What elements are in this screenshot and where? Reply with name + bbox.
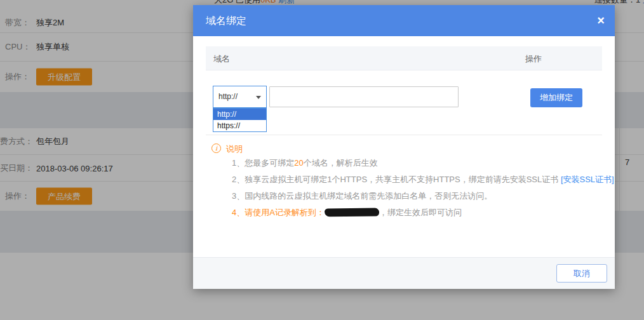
redacted-ip — [325, 208, 379, 217]
info-icon: i — [211, 143, 221, 153]
modal-header: 域名绑定 × — [193, 5, 615, 36]
note-item-2: 2、独享云虚拟主机可绑定1个HTTPS，共享主机不支持HTTPS，绑定前请先安装… — [232, 175, 614, 185]
domain-binding-modal: 域名绑定 × 域名 操作 http:// http:// https:// 增加… — [193, 5, 615, 289]
domain-table-header: 域名 操作 — [206, 46, 602, 70]
domain-input[interactable] — [269, 86, 459, 107]
install-ssl-link[interactable]: [安装SSL证书] — [561, 175, 614, 184]
protocol-dropdown-list: http:// https:// — [213, 108, 267, 132]
note1-text-post: 个域名，解析后生效 — [304, 158, 378, 168]
note4-text-post: ，绑定生效后即可访问 — [379, 208, 462, 217]
protocol-option-https[interactable]: https:// — [213, 120, 266, 131]
modal-footer: 取消 — [193, 257, 615, 289]
note-item-3: 3、国内线路的云虚拟主机绑定域名前需先添加白名单，否则无法访问。 — [232, 191, 614, 201]
note2-text: 2、独享云虚拟主机可绑定1个HTTPS，共享主机不支持HTTPS，绑定前请先安装… — [232, 175, 561, 184]
divider — [206, 135, 602, 135]
add-binding-button[interactable]: 增加绑定 — [530, 88, 582, 107]
column-action: 操作 — [525, 53, 542, 65]
note1-highlight: 20 — [294, 158, 303, 168]
modal-title: 域名绑定 — [193, 5, 615, 36]
column-domain: 域名 — [213, 53, 230, 65]
cancel-button[interactable]: 取消 — [556, 264, 607, 283]
notes-title: 说明 — [226, 143, 243, 155]
note-item-4: 4、请使用A记录解析到：，绑定生效后即可访问 — [232, 208, 614, 218]
note1-text: 1、您最多可绑定 — [232, 158, 294, 168]
chevron-down-icon — [256, 96, 261, 99]
note4-highlight: 4、请使用A记录解析到： — [232, 208, 325, 217]
notes-list: 1、您最多可绑定20个域名，解析后生效 2、独享云虚拟主机可绑定1个HTTPS，… — [232, 158, 614, 224]
protocol-selected-value: http:// — [218, 92, 238, 101]
close-icon[interactable]: × — [597, 12, 605, 29]
note-item-1: 1、您最多可绑定20个域名，解析后生效 — [232, 158, 614, 168]
screen: 大2G 已使用0KB 刷新 连接数量：1 升级 带宽： 独享2M CPU： 独享… — [0, 0, 644, 320]
protocol-select[interactable]: http:// — [213, 86, 267, 108]
protocol-option-http[interactable]: http:// — [213, 109, 266, 120]
